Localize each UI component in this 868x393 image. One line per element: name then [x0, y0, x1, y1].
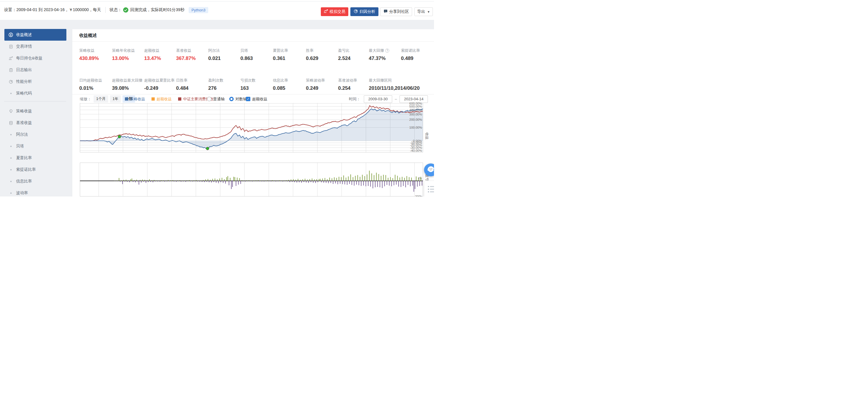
document-icon: [8, 44, 13, 49]
sidebar-item-7[interactable]: 基准收益: [4, 117, 66, 129]
metric-r1-7: 胜率 0.629: [306, 48, 318, 61]
metric-value: 0.254: [338, 85, 357, 91]
export-button[interactable]: 导出 ▼: [414, 7, 433, 16]
metric-value: 2.524: [338, 56, 351, 61]
legend-label: 策略收益: [130, 96, 145, 102]
sidebar-item-3[interactable]: 日志输出: [4, 64, 66, 76]
metric-r2-8: 基准波动率 0.254: [338, 78, 357, 91]
sidebar-item-label: 每日持仓&收益: [16, 56, 42, 61]
sidebar-item-label: 阿尔法: [16, 132, 28, 137]
sidebar-item-10[interactable]: 夏普比率: [4, 152, 66, 164]
sidebar-item-12[interactable]: 信息比率: [4, 176, 66, 187]
sidebar-item-label: 信息比率: [16, 179, 32, 184]
pie-icon: [353, 9, 358, 14]
axis-option-label: 普通轴: [213, 96, 225, 102]
sidebar-item-1[interactable]: 交易详情: [4, 41, 66, 52]
metric-label: 超额收益: [144, 48, 161, 53]
legend-item-1[interactable]: 超额收益: [152, 96, 172, 102]
main-area: 收益概述 交易详情 每日持仓&收益 日志输出 性能分析 策略代码 策略收益 基准…: [0, 20, 434, 196]
bullet-icon: [8, 91, 13, 96]
metric-r1-3: 基准收益 367.87%: [176, 48, 196, 61]
zoom-label: 缩放：: [80, 96, 91, 102]
sidebar-item-2[interactable]: 每日持仓&收益: [4, 52, 66, 64]
radio-icon[interactable]: [207, 97, 212, 101]
status-label: 状态：: [110, 7, 122, 12]
metric-r1-6: 夏普比率 0.361: [273, 48, 288, 61]
bullet-icon: [8, 167, 13, 172]
sidebar-item-5[interactable]: 策略代码: [4, 87, 66, 99]
metric-value: 0.629: [306, 56, 318, 61]
sidebar-item-11[interactable]: 索提诺比率: [4, 164, 66, 176]
sidebar-item-6[interactable]: 策略收益: [4, 105, 66, 117]
metric-r2-4: 盈利次数 276: [208, 78, 223, 91]
sidebar-item-label: 策略代码: [16, 91, 32, 96]
drawdown-marker-1: [206, 147, 209, 150]
trend-up-icon: [324, 9, 328, 14]
metric-label: 盈亏比: [338, 48, 351, 53]
language-badge: Python3: [189, 7, 209, 13]
metric-value: 13.00%: [112, 56, 135, 61]
metric-label: 夏普比率: [273, 48, 288, 53]
sidebar-item-0[interactable]: 收益概述: [4, 29, 66, 41]
return-series: [80, 105, 423, 150]
metric-value: 276: [208, 85, 223, 91]
sidebar-item-4[interactable]: 性能分析: [4, 76, 66, 87]
attribution-label: 归因分析: [360, 9, 375, 14]
charts: 600.00%500.00%400.00%300.00%200.00%100.0…: [72, 101, 434, 196]
svg-text:100.00%: 100.00%: [409, 126, 422, 129]
share-community-label: 分享到社区: [389, 9, 409, 14]
legend-item-0[interactable]: 策略收益: [125, 96, 145, 102]
axis-option-0: 普通轴: [207, 96, 229, 102]
bullet-icon: [8, 156, 13, 160]
metric-label: 盈利次数: [208, 78, 223, 83]
sidebar-item-9[interactable]: 贝塔: [4, 140, 66, 152]
simulate-trade-button[interactable]: 模拟交易: [321, 7, 348, 16]
coin-icon: [8, 32, 13, 37]
topbar-left: 设置： 2009-04-01 到 2023-04-16，￥1000000，每天 …: [4, 0, 208, 20]
metric-value: 0.484: [176, 85, 189, 91]
sidebar-item-label: 策略收益: [16, 109, 32, 114]
metric-value: 0.01%: [79, 85, 102, 91]
radio-icon[interactable]: [229, 97, 234, 101]
metric-r1-9: 最大回撤 ? 47.37%: [369, 48, 389, 61]
caret-down-icon: ▼: [427, 10, 430, 13]
sidebar-item-label: 索提诺比率: [16, 167, 36, 172]
bar-chart-icon: [8, 56, 13, 61]
metric-value: 0.021: [208, 56, 221, 61]
sidebar-item-8[interactable]: 阿尔法: [4, 129, 66, 140]
metric-r2-2: 超额收益夏普比率 -0.249: [144, 78, 175, 91]
metric-r1-5: 贝塔 0.863: [240, 48, 253, 61]
list-icon: [427, 185, 434, 194]
share-community-button[interactable]: 分享到社区: [380, 7, 412, 16]
bullet-icon: [8, 144, 13, 149]
sidebar-item-label: 收益概述: [16, 32, 32, 37]
metric-label: 策略收益: [79, 48, 99, 53]
overview-card: 收益概述 策略收益 430.89% 策略年化收益: [72, 29, 434, 196]
metric-label: 策略波动率: [306, 78, 325, 83]
help-icon[interactable]: ?: [385, 49, 389, 53]
svg-text:200.00%: 200.00%: [409, 118, 422, 121]
settings-label: 设置：: [4, 7, 17, 12]
bullet-icon: [8, 191, 13, 195]
svg-text:-40.00%: -40.00%: [410, 149, 422, 152]
settings-value: 2009-04-01 到 2023-04-16，￥1000000，每天: [17, 7, 101, 12]
pie-chart-icon: [8, 79, 13, 84]
svg-text:-200k: -200k: [414, 195, 422, 196]
metric-label: 基准波动率: [338, 78, 357, 83]
metric-r2-6: 信息比率 0.085: [273, 78, 288, 91]
outline-widget-button[interactable]: [424, 181, 434, 196]
legend-label: 超额收益: [156, 96, 172, 102]
returns-and-pnl-chart[interactable]: 600.00%500.00%400.00%300.00%200.00%100.0…: [72, 101, 434, 196]
sidebar-item-13[interactable]: 波动率: [4, 187, 66, 196]
attribution-button[interactable]: 归因分析: [350, 7, 378, 16]
legend-swatch: [178, 97, 181, 100]
sidebar-item-label: 交易详情: [16, 44, 32, 49]
metric-r2-1: 超额收益最大回撤 39.08%: [112, 78, 143, 91]
metric-label: 贝塔: [240, 48, 253, 53]
axis-option-label: 对数轴: [236, 96, 247, 102]
metric-value: 2010/11/10,2014/06/20: [369, 85, 420, 91]
metric-label: 超额收益夏普比率: [144, 78, 175, 83]
checkbox-icon[interactable]: ✓: [246, 97, 250, 101]
page-title: 收益概述: [79, 33, 97, 38]
pnl-bars: [80, 171, 423, 192]
